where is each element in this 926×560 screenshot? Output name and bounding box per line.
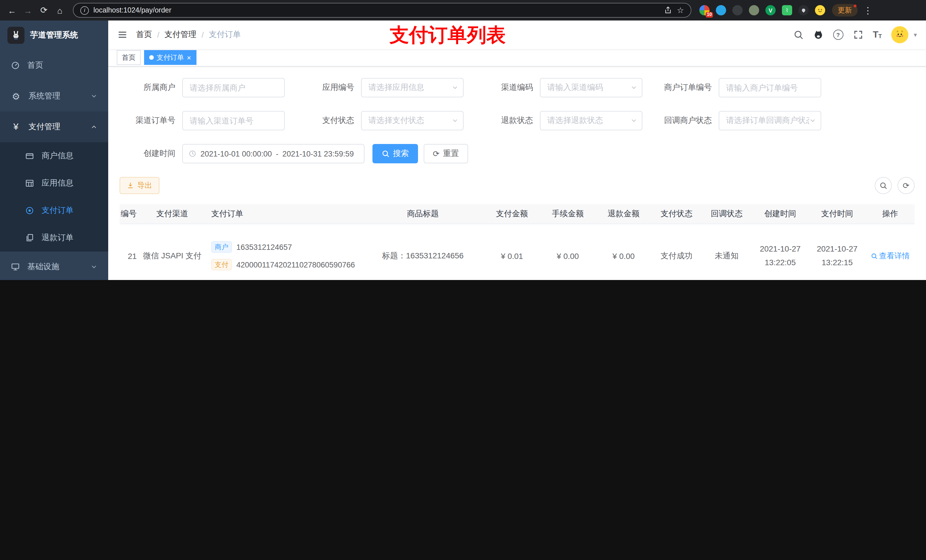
select-placeholder: 请输入渠道编码 — [547, 83, 603, 93]
browser-forward-icon[interactable]: → — [21, 3, 35, 18]
sidebar-item-label: 商户信息 — [42, 151, 73, 161]
bookmark-star-icon[interactable]: ☆ — [677, 6, 684, 15]
search-icon[interactable] — [793, 30, 803, 40]
merchant-order-no-input[interactable] — [719, 78, 821, 97]
github-icon[interactable] — [813, 30, 823, 40]
close-icon[interactable]: × — [187, 54, 191, 61]
tab-home[interactable]: 首页 — [117, 50, 141, 65]
pay-tag: 支付 — [211, 259, 232, 270]
col-header-refund: 退款金额 — [596, 209, 652, 219]
channel-code-filter-select[interactable]: 请输入渠道编码 — [540, 78, 642, 97]
target-icon — [25, 206, 34, 215]
select-placeholder: 请选择退款状态 — [547, 116, 603, 126]
search-button[interactable]: 搜索 — [372, 144, 418, 163]
col-header-order: 支付订单 — [208, 209, 362, 219]
sidebar-item-label: 应用信息 — [42, 178, 73, 189]
browser-reload-icon[interactable]: ⟳ — [36, 3, 51, 18]
chevron-down-icon — [91, 93, 97, 100]
sidebar-item-infrastructure[interactable]: 基础设施 — [0, 252, 108, 280]
top-navbar: 首页 / 支付管理 / 支付订单 支付订单列表 ? TT ▾ — [108, 21, 926, 49]
browser-back-icon[interactable]: ← — [5, 3, 20, 18]
filter-label-channel-order-no: 渠道订单号 — [120, 116, 182, 126]
avatar-caret-icon[interactable]: ▾ — [914, 31, 917, 38]
table-header: 编号 支付渠道 支付订单 商品标题 支付金额 手续金额 退款金额 支付状态 回调… — [120, 204, 915, 224]
notify-status-filter-select[interactable]: 请选择订单回调商户状态 — [719, 111, 821, 130]
amount-cell: ¥ 0.01 — [484, 251, 540, 260]
filter-label-notify-status: 回调商户状态 — [656, 116, 719, 126]
channel-cell: 微信 JSAPI 支付 — [137, 251, 208, 261]
browser-home-icon[interactable]: ⌂ — [52, 3, 67, 18]
extension-v-icon[interactable]: V — [766, 5, 776, 15]
documents-icon — [25, 233, 34, 242]
fullscreen-icon[interactable] — [853, 30, 863, 40]
user-avatar[interactable] — [891, 26, 909, 43]
select-placeholder: 请选择应用信息 — [368, 83, 424, 93]
view-detail-link[interactable]: 查看详情 — [870, 251, 910, 261]
channel-order-no-input[interactable] — [182, 111, 285, 130]
browser-menu-icon[interactable]: ⋮ — [863, 5, 873, 16]
refresh-icon: ⟳ — [433, 149, 439, 158]
tab-pay-order[interactable]: 支付订单 × — [144, 50, 196, 65]
chevron-down-icon — [452, 117, 458, 124]
breadcrumb-separator: / — [157, 30, 159, 39]
toggle-search-button[interactable] — [875, 177, 892, 194]
filter-label-merchant-order-no: 商户订单编号 — [656, 83, 719, 93]
col-header-channel: 支付渠道 — [137, 209, 208, 219]
pay-order-table: 编号 支付渠道 支付订单 商品标题 支付金额 手续金额 退款金额 支付状态 回调… — [120, 204, 915, 280]
sidebar-item-pay-order[interactable]: 支付订单 — [0, 197, 108, 224]
col-header-id: 编号 — [120, 209, 137, 219]
col-header-paid: 支付时间 — [809, 209, 865, 219]
breadcrumb-section[interactable]: 支付管理 — [165, 30, 197, 40]
tab-label: 首页 — [122, 53, 136, 62]
export-button[interactable]: 导出 — [120, 177, 159, 194]
fee-cell: ¥ 0.00 — [540, 251, 596, 260]
col-header-amount: 支付金额 — [484, 209, 540, 219]
tab-label: 支付订单 — [157, 53, 184, 62]
logo-avatar — [8, 27, 24, 44]
extension-chat-icon[interactable]: ⌇ — [782, 5, 792, 15]
sidebar-item-home[interactable]: 首页 — [0, 50, 108, 81]
extension-drop-icon[interactable] — [716, 5, 726, 15]
chevron-down-icon — [631, 84, 637, 91]
logo[interactable]: 芋道管理系统 — [0, 21, 108, 50]
site-info-icon[interactable]: i — [80, 6, 89, 15]
sidebar-item-system[interactable]: ⚙ 系统管理 — [0, 81, 108, 112]
url-text[interactable]: localhost:1024/pay/order — [94, 6, 171, 14]
profile-avatar-icon[interactable] — [815, 5, 825, 15]
filter-label-channel-code: 渠道编码 — [477, 83, 540, 93]
grid-icon — [25, 179, 34, 188]
yen-icon: ¥ — [11, 122, 21, 132]
help-icon[interactable]: ? — [833, 30, 843, 40]
col-header-created: 创建时间 — [752, 209, 809, 219]
extension-icon[interactable] — [749, 5, 759, 15]
url-bar[interactable]: i localhost:1024/pay/order ☆ — [73, 3, 691, 18]
sidebar-item-app-info[interactable]: 应用信息 — [0, 170, 108, 197]
reset-button[interactable]: ⟳ 重置 — [424, 144, 468, 163]
screen: ← → ⟳ ⌂ i localhost:1024/pay/order ☆ 10 … — [0, 0, 926, 280]
sidebar-item-label: 基础设施 — [27, 262, 59, 272]
sidebar-item-refund-order[interactable]: 退款订单 — [0, 224, 108, 252]
font-size-icon[interactable]: TT — [873, 30, 882, 39]
share-icon[interactable] — [664, 6, 672, 14]
app-no-filter-select[interactable]: 请选择应用信息 — [361, 78, 464, 97]
refund-status-filter-select[interactable]: 请选择退款状态 — [540, 111, 642, 130]
breadcrumb-home[interactable]: 首页 — [136, 30, 152, 40]
create-time-range-picker[interactable]: 2021-10-01 00:00:00 - 2021-10-31 23:59:5… — [182, 144, 365, 163]
col-header-action: 操作 — [865, 209, 915, 219]
paid-cell: 2021-10-2713:22:15 — [809, 243, 865, 269]
extension-icon[interactable]: 10 — [699, 5, 710, 15]
hamburger-icon[interactable] — [117, 30, 127, 40]
browser-update-button[interactable]: 更新 — [832, 4, 858, 17]
merchant-filter-input[interactable] — [182, 78, 285, 97]
extension-pin-icon[interactable] — [799, 5, 809, 15]
sidebar-item-payment[interactable]: ¥ 支付管理 — [0, 112, 108, 142]
sidebar-item-label: 支付订单 — [42, 205, 73, 216]
refresh-table-button[interactable]: ⟳ — [897, 177, 915, 194]
search-label: 搜索 — [393, 148, 409, 159]
sidebar-item-merchant-info[interactable]: 商户信息 — [0, 142, 108, 170]
filter-label-refund-status: 退款状态 — [477, 116, 540, 126]
sidebar: 芋道管理系统 首页 ⚙ 系统管理 ¥ 支付管理 商户信息 — [0, 21, 108, 280]
pay-status-filter-select[interactable]: 请选择支付状态 — [361, 111, 464, 130]
date-start: 2021-10-01 00:00:00 — [200, 149, 272, 158]
extension-icon[interactable] — [732, 5, 743, 15]
